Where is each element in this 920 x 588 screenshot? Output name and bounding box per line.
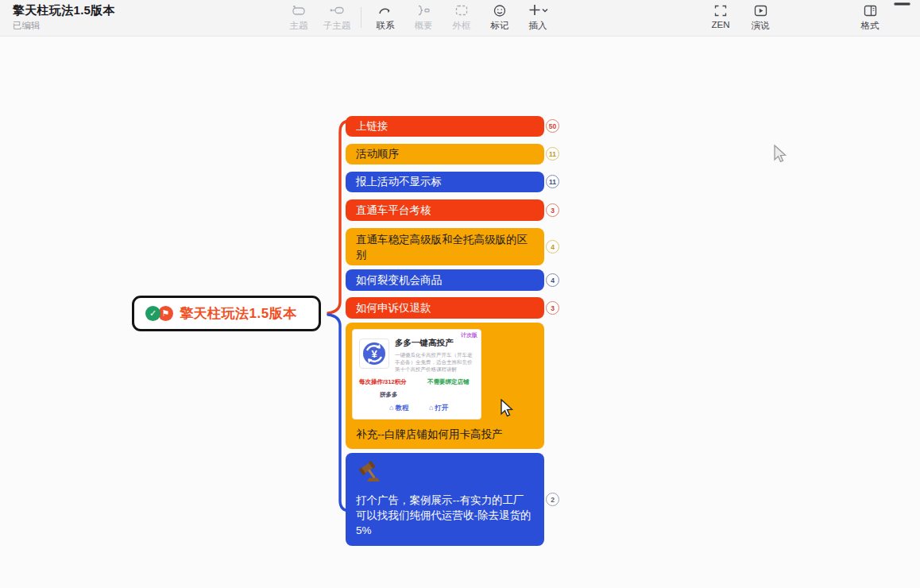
toolbar-divider [361,7,361,28]
button-label: 打开 [435,404,448,412]
app-logo-icon: ¥ [359,338,389,369]
tool-label: ZEN [712,20,730,29]
root-topic-node[interactable]: ✓ ⚑ 擎天柱玩法1.5版本 [132,296,321,331]
tool-label: 插入 [529,20,547,32]
zen-icon [713,2,728,18]
gavel-icon [356,460,385,485]
topic-label: 活动顺序 [356,147,399,161]
topic-label: 补充--白牌店铺如何用卡高投产 [356,427,503,442]
card-tutorial-button[interactable]: ⌂教程 [389,404,408,413]
relationship-icon [377,2,393,18]
collapsed-count-badge[interactable]: 3 [546,301,559,315]
topic-button[interactable]: 主题 [280,2,318,32]
topic-node-8[interactable]: 计次版 ¥ 多多一键高投产 一键傻瓜化卡高投产开车（开车老 手必备）全免费，适合… [346,323,544,449]
embedded-image-card[interactable]: 计次版 ¥ 多多一键高投产 一键傻瓜化卡高投产开车（开车老 手必备）全免费，适合… [352,329,481,420]
right-toolbar: ZEN 演说 格式 [701,2,890,32]
tool-label: 概要 [415,20,433,32]
summary-icon [416,2,431,18]
collapsed-count-badge[interactable]: 11 [546,147,559,161]
topic-node-5[interactable]: 直通车稳定高级版和全托高级版的区别 [346,228,544,265]
tool-label: 联系 [377,20,395,32]
relationship-button[interactable]: 联系 [366,2,404,32]
tool-label: 外框 [453,20,471,32]
subtopic-icon [329,2,345,18]
presentation-button[interactable]: 演说 [740,2,780,32]
desc-line: 一键傻瓜化卡高投产开车（开车老 [395,351,476,358]
topic-label: 如何裂变机会商品 [356,273,442,288]
desc-line: 手必备）全免费，适合主推和竞价 [395,358,476,366]
window-handle [894,2,910,6]
header-bar: 擎天柱玩法1.5版本 已编辑 主题 子主题 联系 [0,0,920,37]
tool-label: 子主题 [323,20,351,32]
root-topic-label: 擎天柱玩法1.5版本 [180,304,297,323]
topic-node-2[interactable]: 活动顺序 [346,144,544,164]
topic-node-9[interactable]: 打个广告，案例展示--有实力的工厂可以找我们纯佣代运营收-除去退货的5% [346,453,544,546]
topic-node-3[interactable]: 报上活动不显示标 [346,172,544,192]
topic-icon [291,2,307,18]
tool-label: 标记 [491,20,509,32]
button-label: 教程 [395,404,408,412]
zen-mode-button[interactable]: ZEN [701,2,740,32]
tool-label: 主题 [290,20,308,32]
marker-icon [493,2,507,18]
document-meta: 擎天柱玩法1.5版本 已编辑 [13,3,115,32]
topic-label: 直通车平台考核 [356,203,431,218]
collapsed-count-badge[interactable]: 3 [546,203,559,217]
home-icon: ⌂ [429,404,433,412]
card-platform-label: 拼多多 [380,391,398,399]
home-icon: ⌂ [389,404,393,412]
card-note-text: 不需要绑定店铺 [427,378,470,386]
collapsed-count-badge[interactable]: 4 [546,240,559,253]
card-corner-tag: 计次版 [461,331,477,339]
topic-label: 报上活动不显示标 [356,175,442,189]
insert-icon [528,2,548,18]
topic-node-6[interactable]: 如何裂变机会商品 [346,269,544,291]
topic-label: 上链接 [356,119,388,133]
format-icon [863,2,878,18]
ghost-mouse-cursor [772,145,788,164]
tool-label: 格式 [861,20,879,32]
mindmap-canvas[interactable]: ✓ ⚑ 擎天柱玩法1.5版本 上链接 活动顺序 报上活动不显示标 直通车平台考核… [0,37,920,588]
tool-label: 演说 [752,20,770,32]
collapsed-count-badge[interactable]: 50 [546,119,559,133]
check-icon[interactable]: ✓ [145,306,160,321]
collapsed-count-badge[interactable]: 4 [546,273,559,287]
svg-text:¥: ¥ [371,348,377,360]
format-button[interactable]: 格式 [850,2,890,32]
mindmap-app: 擎天柱玩法1.5版本 已编辑 主题 子主题 联系 [0,0,920,588]
topic-node-7[interactable]: 如何申诉仅退款 [346,297,544,319]
collapsed-count-badge[interactable]: 2 [546,493,559,506]
topic-label: 直通车稳定高级版和全托高级版的区别 [356,232,534,262]
boundary-icon [454,2,469,18]
boundary-button[interactable]: 外框 [443,2,481,32]
marker-button[interactable]: 标记 [481,2,519,32]
collapsed-count-badge[interactable]: 11 [546,175,559,188]
topic-node-4[interactable]: 直通车平台考核 [346,199,544,221]
presentation-icon [753,2,768,18]
main-toolbar: 主题 子主题 联系 概要 [280,2,557,32]
topic-label: 如何申诉仅退款 [356,301,431,315]
card-description: 一键傻瓜化卡高投产开车（开车老 手必备）全免费，适合主推和竞价 第十个高投产价格… [395,351,476,373]
document-status: 已编辑 [13,20,115,32]
subtopic-button[interactable]: 子主题 [318,2,356,32]
document-title: 擎天柱玩法1.5版本 [13,3,115,18]
card-open-button[interactable]: ⌂打开 [429,404,448,413]
topic-label: 打个广告，案例展示--有实力的工厂可以找我们纯佣代运营收-除去退货的5% [356,493,534,538]
summary-button[interactable]: 概要 [404,2,443,32]
card-price-text: 每次操作/312积分 [359,378,407,386]
topic-node-1[interactable]: 上链接 [346,116,544,137]
insert-button[interactable]: 插入 [519,2,557,32]
desc-line: 第十个高投产价格课程讲解 [395,366,476,373]
card-title: 多多一键高投产 [395,338,454,349]
